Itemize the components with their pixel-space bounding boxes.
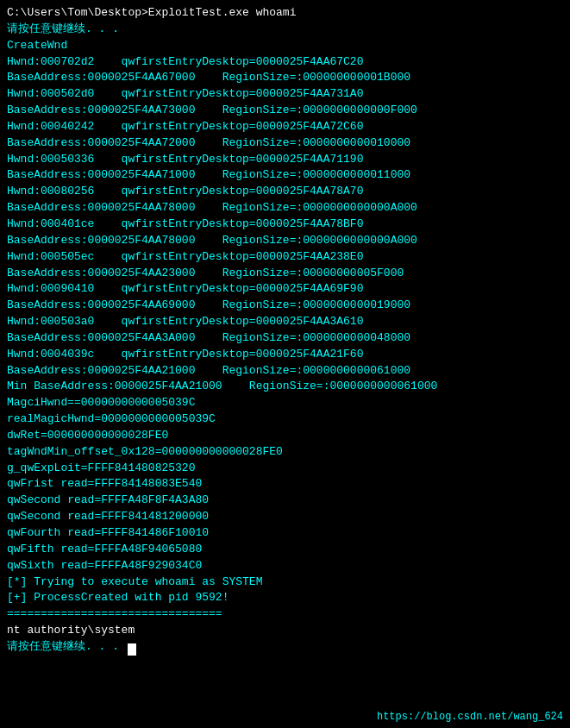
terminal-line: nt authority\system — [7, 623, 563, 639]
terminal-line: [+] ProcessCreated with pid 9592! — [7, 590, 563, 606]
terminal-line: Min BaseAddress:0000025F4AA21000 RegionS… — [7, 379, 563, 395]
terminal-line: Hwnd:00080256 qwfirstEntryDesktop=000002… — [7, 184, 563, 200]
terminal-line: Hwnd:00050336 qwfirstEntryDesktop=000002… — [7, 152, 563, 168]
terminal-window: C:\Users\Tom\Desktop>ExploitTest.exe who… — [0, 0, 570, 728]
terminal-line: BaseAddress:0000025F4AA73000 RegionSize=… — [7, 103, 563, 119]
terminal-line: BaseAddress:0000025F4AA78000 RegionSize=… — [7, 233, 563, 249]
terminal-line: 请按任意键继续. . . — [7, 22, 563, 38]
terminal-line: 请按任意键继续. . . — [7, 639, 563, 656]
terminal-line: Hwnd:000502d0 qwfirstEntryDesktop=000002… — [7, 86, 563, 103]
terminal-line: BaseAddress:0000025F4AA23000 RegionSize=… — [7, 266, 563, 282]
terminal-line: BaseAddress:0000025F4AA71000 RegionSize=… — [7, 167, 563, 184]
terminal-line: tagWndMin_offset_0x128=000000000000028FE… — [7, 444, 563, 461]
terminal-line: qwFrist read=FFFF84148083E540 — [7, 476, 563, 493]
terminal-line: Hwnd:000505ec qwfirstEntryDesktop=000002… — [7, 249, 563, 266]
terminal-line: dwRet=000000000000028FE0 — [7, 428, 563, 444]
terminal-line: qwSecond read=FFFFA48F8F4A3A80 — [7, 493, 563, 509]
terminal-line: [*] Trying to execute whoami as SYSTEM — [7, 574, 563, 591]
terminal-line: BaseAddress:0000025F4AA69000 RegionSize=… — [7, 298, 563, 314]
terminal-line: BaseAddress:0000025F4AA21000 RegionSize=… — [7, 363, 563, 380]
terminal-line: BaseAddress:0000025F4AA78000 RegionSize=… — [7, 200, 563, 217]
terminal-line: qwSixth read=FFFFA48F929034C0 — [7, 558, 563, 574]
terminal-output: C:\Users\Tom\Desktop>ExploitTest.exe who… — [7, 5, 563, 656]
terminal-line: BaseAddress:0000025F4AA67000 RegionSize=… — [7, 70, 563, 86]
terminal-line: BaseAddress:0000025F4AA72000 RegionSize=… — [7, 135, 563, 152]
blog-link: https://blog.csdn.net/wang_624 — [377, 711, 563, 723]
terminal-line: g_qwExpLoit=FFFF841480825320 — [7, 461, 563, 477]
terminal-line: Hwnd:00090410 qwfirstEntryDesktop=000002… — [7, 281, 563, 298]
terminal-line: ================================ — [7, 606, 563, 623]
terminal-line: qwFourth read=FFFF841486F10010 — [7, 525, 563, 542]
terminal-line: realMagicHwnd=0000000000005039C — [7, 411, 563, 428]
terminal-cursor — [128, 643, 136, 656]
terminal-line: C:\Users\Tom\Desktop>ExploitTest.exe who… — [7, 5, 563, 22]
terminal-line: BaseAddress:0000025F4AA3A000 RegionSize=… — [7, 330, 563, 347]
terminal-line: CreateWnd — [7, 38, 563, 54]
terminal-line: Hwnd:000503a0 qwfirstEntryDesktop=000002… — [7, 314, 563, 330]
terminal-line: Hwnd:0004039c qwfirstEntryDesktop=000002… — [7, 347, 563, 363]
terminal-line: MagciHwnd==0000000000005039C — [7, 395, 563, 411]
terminal-line: qwFifth read=FFFFA48F94065080 — [7, 542, 563, 558]
terminal-line: Hwnd:000702d2 qwfirstEntryDesktop=000002… — [7, 54, 563, 71]
terminal-line: Hwnd:000401ce qwfirstEntryDesktop=000002… — [7, 217, 563, 233]
terminal-line: qwSecond read=FFFF841481200000 — [7, 509, 563, 525]
terminal-line: Hwnd:00040242 qwfirstEntryDesktop=000002… — [7, 119, 563, 135]
